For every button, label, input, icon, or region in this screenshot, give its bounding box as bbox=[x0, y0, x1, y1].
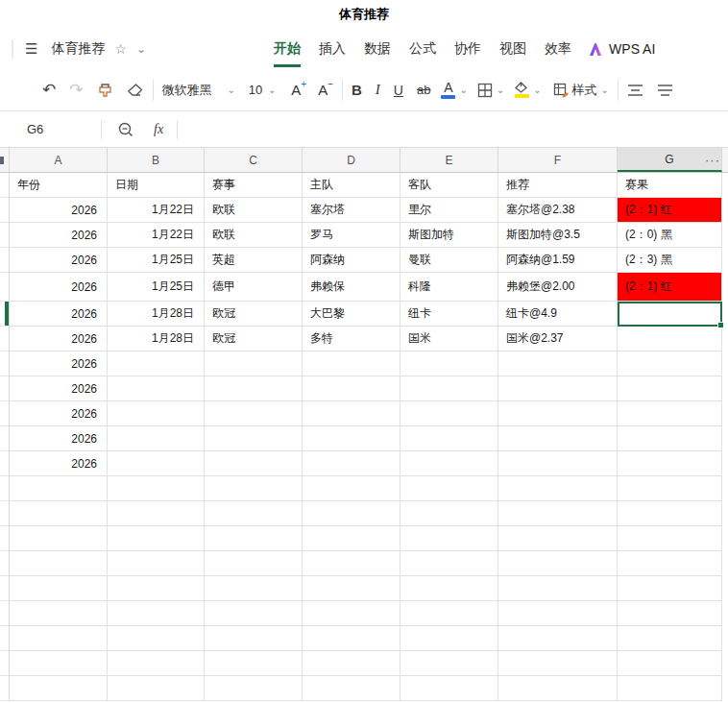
cell-f4[interactable]: 阿森纳@1.59 bbox=[498, 248, 618, 273]
cell-b[interactable] bbox=[108, 476, 205, 501]
cell-a[interactable] bbox=[10, 676, 108, 701]
selected-cell-outline[interactable] bbox=[618, 302, 722, 327]
tab-view[interactable]: 视图 bbox=[499, 32, 526, 67]
cell-e[interactable] bbox=[400, 526, 498, 551]
cell-g[interactable] bbox=[618, 651, 722, 676]
cell-e3[interactable]: 斯图加特 bbox=[400, 223, 498, 248]
cell-d9[interactable] bbox=[303, 376, 400, 401]
cell-c1[interactable]: 赛事 bbox=[205, 173, 303, 198]
tab-efficiency[interactable]: 效率 bbox=[545, 32, 571, 67]
cell-d[interactable] bbox=[303, 551, 400, 576]
cell-f1[interactable]: 推荐 bbox=[498, 173, 618, 198]
cell-g11[interactable] bbox=[618, 426, 722, 451]
cell-g7[interactable] bbox=[618, 327, 722, 352]
cell-b12[interactable] bbox=[108, 451, 205, 476]
fill-handle[interactable] bbox=[717, 322, 724, 328]
cell-g[interactable] bbox=[618, 676, 722, 701]
cell-f7[interactable]: 国米@2.37 bbox=[498, 327, 618, 352]
cell-a[interactable] bbox=[10, 501, 108, 526]
row-header[interactable] bbox=[0, 426, 10, 451]
cell-g12[interactable] bbox=[618, 451, 722, 476]
column-header-f[interactable]: F bbox=[498, 148, 618, 172]
cell-b5[interactable]: 1月25日 bbox=[108, 273, 205, 302]
cell-d[interactable] bbox=[303, 526, 400, 551]
cell-g[interactable] bbox=[618, 551, 722, 576]
cell-e[interactable] bbox=[400, 501, 498, 526]
row-header[interactable] bbox=[0, 327, 10, 352]
column-header-a[interactable]: A bbox=[10, 148, 108, 172]
column-header-d[interactable]: D bbox=[303, 148, 400, 172]
font-color-button[interactable]: A bbox=[441, 82, 455, 99]
formula-input[interactable] bbox=[178, 111, 728, 147]
cell-b11[interactable] bbox=[108, 426, 205, 451]
cell-c11[interactable] bbox=[205, 426, 303, 451]
cell-b[interactable] bbox=[108, 601, 205, 626]
cell-g[interactable] bbox=[618, 576, 722, 601]
row-header[interactable] bbox=[0, 401, 10, 426]
cell-g1[interactable]: 赛果 bbox=[618, 173, 722, 198]
row-header[interactable] bbox=[0, 601, 10, 626]
chevron-down-icon[interactable]: ⌄ bbox=[533, 85, 541, 95]
cell-f[interactable] bbox=[498, 526, 618, 551]
cell-d[interactable] bbox=[303, 501, 400, 526]
row-header[interactable] bbox=[0, 576, 10, 601]
cell-a[interactable] bbox=[10, 476, 108, 501]
cell-f9[interactable] bbox=[498, 376, 618, 401]
fill-color-button[interactable] bbox=[514, 82, 529, 98]
cell-c[interactable] bbox=[205, 476, 303, 501]
tab-collaborate[interactable]: 协作 bbox=[454, 32, 481, 67]
cell-b[interactable] bbox=[108, 651, 205, 676]
row-header[interactable] bbox=[0, 526, 10, 551]
cell-d[interactable] bbox=[303, 601, 400, 626]
cell-g[interactable] bbox=[618, 626, 722, 651]
cell-c7[interactable]: 欧冠 bbox=[205, 327, 303, 352]
cell-e[interactable] bbox=[400, 626, 498, 651]
cell-c5[interactable]: 德甲 bbox=[205, 273, 303, 302]
cell-a4[interactable]: 2026 bbox=[10, 248, 108, 273]
cell-e6[interactable]: 纽卡 bbox=[400, 302, 498, 327]
chevron-down-icon[interactable]: ⌄ bbox=[459, 85, 467, 95]
italic-button[interactable]: I bbox=[376, 82, 380, 98]
cell-f[interactable] bbox=[498, 551, 618, 576]
cell-b1[interactable]: 日期 bbox=[108, 173, 205, 198]
cell-e11[interactable] bbox=[400, 426, 498, 451]
cell-b[interactable] bbox=[108, 676, 205, 701]
cell-a[interactable] bbox=[10, 576, 108, 601]
hamburger-menu-icon[interactable]: ☰ bbox=[25, 40, 37, 58]
cell-a[interactable] bbox=[10, 651, 108, 676]
cell-g9[interactable] bbox=[618, 376, 722, 401]
chevron-down-icon[interactable]: ⌄ bbox=[136, 42, 146, 56]
cell-b3[interactable]: 1月22日 bbox=[108, 223, 205, 248]
cell-f11[interactable] bbox=[498, 426, 618, 451]
cell-a[interactable] bbox=[10, 526, 108, 551]
cell-a[interactable] bbox=[10, 626, 108, 651]
cell-e10[interactable] bbox=[400, 401, 498, 426]
cell-c[interactable] bbox=[205, 551, 303, 576]
cell-g[interactable] bbox=[618, 601, 722, 626]
cell-a1[interactable]: 年份 bbox=[10, 173, 108, 198]
cell-f6[interactable]: 纽卡@4.9 bbox=[498, 302, 618, 327]
decrease-font-button[interactable]: A− bbox=[318, 82, 333, 98]
cell-e[interactable] bbox=[400, 651, 498, 676]
underline-button[interactable]: U bbox=[394, 83, 403, 98]
cell-c[interactable] bbox=[205, 626, 303, 651]
row-header[interactable] bbox=[0, 302, 10, 327]
row-header[interactable] bbox=[0, 551, 10, 576]
row-header[interactable] bbox=[0, 626, 10, 651]
cell-g10[interactable] bbox=[618, 401, 722, 426]
cell-c3[interactable]: 欧联 bbox=[205, 223, 303, 248]
format-painter-button[interactable] bbox=[97, 82, 113, 98]
cell-b6[interactable]: 1月28日 bbox=[108, 302, 205, 327]
row-header[interactable] bbox=[0, 273, 10, 302]
cell-c6[interactable]: 欧冠 bbox=[205, 302, 303, 327]
document-title[interactable]: 体育推荐 bbox=[51, 40, 105, 58]
tab-data[interactable]: 数据 bbox=[364, 32, 391, 67]
cell-e[interactable] bbox=[400, 576, 498, 601]
cell-e1[interactable]: 客队 bbox=[400, 173, 498, 198]
row-header[interactable] bbox=[0, 651, 10, 676]
cell-e2[interactable]: 里尔 bbox=[400, 198, 498, 223]
cell-e8[interactable] bbox=[400, 352, 498, 376]
cell-c[interactable] bbox=[205, 576, 303, 601]
align-middle-button[interactable] bbox=[657, 84, 673, 97]
strikethrough-button[interactable]: ab bbox=[417, 83, 430, 97]
